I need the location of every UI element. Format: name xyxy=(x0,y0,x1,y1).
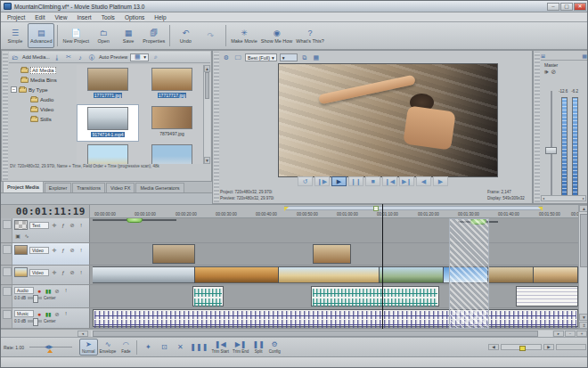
search-icon[interactable]: ⌕ xyxy=(151,53,160,61)
media-item[interactable]: 17717717.jpg xyxy=(141,66,203,103)
track-motion-icon[interactable]: ✛ xyxy=(51,222,58,229)
menu-insert[interactable]: Insert xyxy=(77,14,91,20)
marker-tools-button[interactable] xyxy=(556,344,586,350)
audio-clip[interactable] xyxy=(311,286,439,307)
title-clip[interactable] xyxy=(93,219,176,221)
track-fx-icon[interactable]: ƒ xyxy=(60,269,67,276)
go-to-end-button[interactable]: ▶❙ xyxy=(399,176,414,186)
go-to-start-button[interactable]: ❙◀ xyxy=(382,176,397,186)
auto-preview-button[interactable]: Auto Preview xyxy=(99,54,127,60)
tab-media-generators[interactable]: Media Generators xyxy=(135,183,184,192)
capture-video-icon[interactable]: ✂ xyxy=(64,53,73,61)
tree-item-audio[interactable]: Audio xyxy=(10,94,76,104)
mixer-views-icon[interactable]: ▦ xyxy=(582,53,587,59)
delete-button[interactable]: ✕ xyxy=(172,339,188,356)
preview-quality-dropdown[interactable]: Best (Full) ▾ xyxy=(245,53,277,61)
automation-icon[interactable]: ∿ xyxy=(23,232,30,239)
scrollbar-thumb[interactable] xyxy=(580,214,588,267)
crossfade-button[interactable]: ✦ xyxy=(140,339,156,356)
track-minimize-button[interactable] xyxy=(1,285,12,307)
loop-playback-button[interactable]: ↺ xyxy=(298,176,313,186)
scrollbar-thumb[interactable] xyxy=(205,72,209,99)
scroll-left-icon[interactable]: ◂ xyxy=(543,196,544,200)
mixer-scrollbar[interactable]: ◂ ▸ xyxy=(541,195,586,201)
mute-icon[interactable]: ⊘ xyxy=(69,269,76,276)
whats-this-button[interactable]: ? What's This? xyxy=(294,23,326,48)
previous-frame-button[interactable]: ◀ xyxy=(416,176,431,186)
track-header-text[interactable]: Text ✛ ƒ ⊘ ! ▣ ∿ xyxy=(12,218,90,242)
extract-audio-icon[interactable]: ♪ xyxy=(76,53,85,61)
crop-button[interactable]: ⊡ xyxy=(156,339,172,356)
group-button[interactable]: ❚❚❚ xyxy=(188,339,209,356)
tree-item-by-type[interactable]: − By Type xyxy=(10,85,76,94)
loop-end-marker[interactable] xyxy=(538,207,543,211)
record-arm-icon[interactable]: ● xyxy=(36,310,43,317)
playback-rate-slider[interactable]: ◀▶ xyxy=(29,343,72,352)
track-minimize-button[interactable] xyxy=(1,308,12,328)
dock-grip[interactable] xyxy=(535,52,540,202)
insert-bus-icon[interactable]: ⊞ xyxy=(541,53,545,59)
solo-icon[interactable]: ! xyxy=(62,287,69,294)
config-button[interactable]: ⚙ Config xyxy=(266,339,282,356)
tab-video-fx[interactable]: Video FX xyxy=(106,183,135,192)
titlebar[interactable]: MountainClimbing.vf* - Movie Studio Plat… xyxy=(1,1,588,12)
record-arm-icon[interactable]: ● xyxy=(36,287,43,294)
trim-start-button[interactable]: ❚◀ Trim Start xyxy=(209,339,231,356)
media-properties-icon[interactable]: 🛈 xyxy=(87,53,96,61)
tab-transitions[interactable]: Transitions xyxy=(72,183,105,192)
project-properties-icon[interactable]: ⚙ xyxy=(222,53,231,61)
pause-button[interactable]: ❙❙ xyxy=(348,176,363,186)
tree-item-all-media[interactable]: All Media xyxy=(10,65,76,75)
split-button[interactable]: ❚❚ Split xyxy=(250,339,266,356)
preview-video-frame[interactable] xyxy=(278,63,498,177)
normal-edit-tool-button[interactable]: ➤ Normal xyxy=(79,339,98,356)
track-header-video[interactable]: Video ✛ ƒ ⊘ ! xyxy=(12,266,90,284)
dock-grip[interactable] xyxy=(3,52,8,180)
video-clip[interactable] xyxy=(279,266,380,283)
media-item[interactable]: 17717771.jpg xyxy=(77,66,139,103)
open-button[interactable]: 🗀 Open xyxy=(91,23,116,48)
track-fx-icon[interactable]: ƒ xyxy=(60,222,67,229)
scroll-up-icon[interactable]: ▲ xyxy=(579,205,588,212)
dock-grip[interactable] xyxy=(214,52,219,202)
copy-frame-icon[interactable]: ⧉ xyxy=(300,53,309,61)
overlays-dropdown[interactable]: ▾ xyxy=(280,53,298,61)
track-fx-icon[interactable]: ƒ xyxy=(60,247,67,254)
track-motion-icon[interactable]: ✛ xyxy=(51,247,58,254)
menu-help[interactable]: Help xyxy=(154,14,166,20)
solo-icon[interactable]: ! xyxy=(78,222,85,229)
scrub-slider[interactable] xyxy=(501,344,542,350)
loop-region-bar[interactable] xyxy=(284,206,543,210)
volume-slider[interactable] xyxy=(28,297,42,299)
properties-button[interactable]: 🗐 Properties xyxy=(141,23,167,48)
media-item[interactable]: 7879497.jpg xyxy=(141,104,203,142)
video-clip[interactable] xyxy=(380,266,444,283)
scroll-left-icon[interactable]: ◂ xyxy=(78,331,88,337)
track-minimize-button[interactable] xyxy=(1,266,12,284)
video-clip[interactable] xyxy=(195,266,279,283)
media-item[interactable]: 13131371.mp4 xyxy=(77,143,139,164)
scroll-right-icon[interactable]: ▸ xyxy=(553,331,564,337)
media-item-selected[interactable]: 9174714-1.mp4 xyxy=(77,104,139,142)
solo-icon[interactable]: ! xyxy=(78,247,85,254)
playhead-cursor[interactable] xyxy=(382,204,383,329)
undo-button[interactable]: ↶ Undo xyxy=(173,23,198,48)
track-name[interactable]: Video xyxy=(29,269,49,276)
scrollbar-thumb[interactable] xyxy=(93,331,538,337)
zoom-out-button[interactable]: − xyxy=(565,331,576,337)
track-content[interactable] xyxy=(90,218,578,242)
play-from-start-button[interactable]: ❙▶ xyxy=(314,176,330,186)
close-button[interactable]: ✕ xyxy=(574,3,586,11)
save-frame-icon[interactable]: ▦ xyxy=(312,53,321,61)
tab-explorer[interactable]: Explorer xyxy=(45,183,71,192)
track-content[interactable] xyxy=(90,308,578,328)
scroll-right-icon[interactable]: ▸ xyxy=(583,196,584,200)
mute-icon[interactable]: ⊘ xyxy=(551,69,556,76)
mute-icon[interactable]: ⊘ xyxy=(53,287,61,294)
time-ruler[interactable]: 00:00:00:00 00:00:10:00 00:00:20:00 00:0… xyxy=(90,205,578,218)
next-frame-button[interactable]: ▶ xyxy=(433,176,448,186)
solo-icon[interactable]: ! xyxy=(62,310,69,317)
tab-project-media[interactable]: Project Media xyxy=(3,181,44,192)
time-selection-region[interactable] xyxy=(449,218,489,329)
tree-item-media-bins[interactable]: Media Bins xyxy=(10,75,76,85)
